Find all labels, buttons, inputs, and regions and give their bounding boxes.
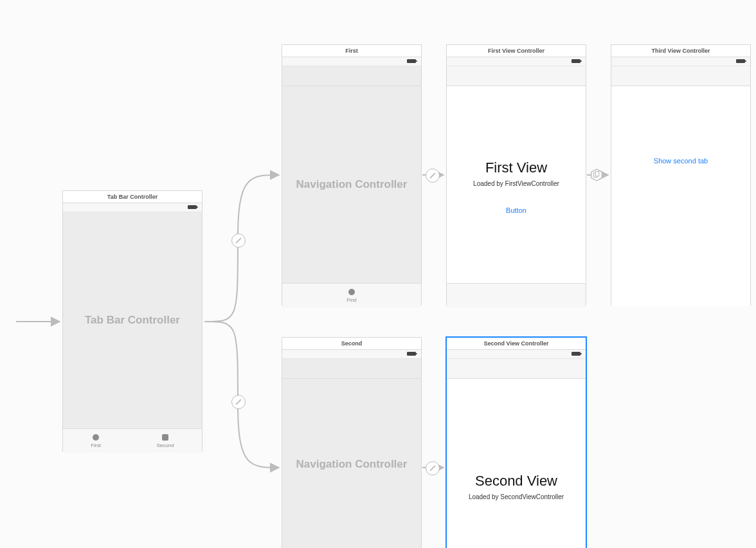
- navigation-bar: [282, 359, 421, 379]
- svg-rect-2: [595, 172, 598, 176]
- status-bar: [282, 57, 421, 66]
- navigation-bar: [611, 66, 750, 86]
- scene-title: Tab Bar Controller: [63, 191, 202, 203]
- controller-placeholder-label: Navigation Controller: [296, 458, 408, 471]
- status-bar: [447, 350, 586, 359]
- scene-first-view-controller[interactable]: First View Controller First View Loaded …: [446, 44, 586, 306]
- scene-title: First: [282, 45, 421, 57]
- status-bar: [611, 57, 750, 66]
- storyboard-canvas[interactable]: Tab Bar Controller Tab Bar Controller Fi…: [0, 0, 756, 548]
- tab-item-label: First: [91, 443, 101, 448]
- navigation-bar: [282, 66, 421, 86]
- navigation-bar: [447, 359, 586, 379]
- scene-title: Second View Controller: [447, 338, 586, 350]
- view-subtitle-label: Loaded by FirstViewController: [447, 180, 586, 187]
- segue-relationship-icon: [231, 233, 246, 248]
- battery-icon: [572, 352, 580, 356]
- tab-item-label: Second: [157, 443, 174, 448]
- controller-placeholder-label: Tab Bar Controller: [85, 314, 180, 327]
- battery-icon: [407, 352, 416, 356]
- status-bar: [447, 57, 586, 66]
- scene-tab-bar-controller[interactable]: Tab Bar Controller Tab Bar Controller Fi…: [62, 190, 203, 452]
- scene-title: First View Controller: [447, 45, 586, 57]
- status-bar: [63, 203, 202, 212]
- battery-icon: [736, 59, 745, 63]
- battery-icon: [572, 59, 580, 63]
- square-icon: [162, 434, 168, 441]
- navigation-bar: [447, 66, 586, 86]
- tab-item-first[interactable]: First: [91, 434, 101, 448]
- tab-bar: First: [282, 283, 421, 307]
- tab-bar: [447, 283, 586, 307]
- segue-root-icon: [426, 169, 440, 183]
- battery-icon: [407, 59, 416, 63]
- scene-navigation-first[interactable]: First Navigation Controller First: [282, 44, 422, 306]
- view-title-label: First View: [447, 160, 586, 176]
- scene-second-view-controller[interactable]: Second View Controller Second View Loade…: [446, 337, 586, 548]
- view-title-label: Second View: [447, 473, 586, 489]
- battery-icon: [188, 205, 197, 209]
- view-subtitle-label: Loaded by SecondViewController: [447, 493, 586, 500]
- button[interactable]: Button: [447, 206, 586, 214]
- status-bar: [282, 350, 421, 359]
- scene-title: Second: [282, 338, 421, 350]
- show-second-tab-button[interactable]: Show second tab: [611, 157, 750, 165]
- tab-item-first[interactable]: First: [346, 289, 357, 303]
- scene-title: Third View Controller: [611, 45, 750, 57]
- controller-placeholder-label: Navigation Controller: [296, 178, 408, 191]
- scene-navigation-second[interactable]: Second Navigation Controller: [282, 337, 422, 548]
- segue-relationship-icon: [231, 395, 246, 409]
- circle-icon: [348, 289, 355, 295]
- circle-icon: [93, 434, 99, 441]
- segue-show-icon: [590, 169, 603, 181]
- tab-item-label: First: [346, 297, 357, 303]
- scene-third-view-controller[interactable]: Third View Controller Show second tab: [611, 44, 751, 306]
- tab-item-second[interactable]: Second: [157, 434, 174, 448]
- segue-root-icon: [426, 461, 440, 475]
- tab-bar: First Second: [63, 428, 202, 453]
